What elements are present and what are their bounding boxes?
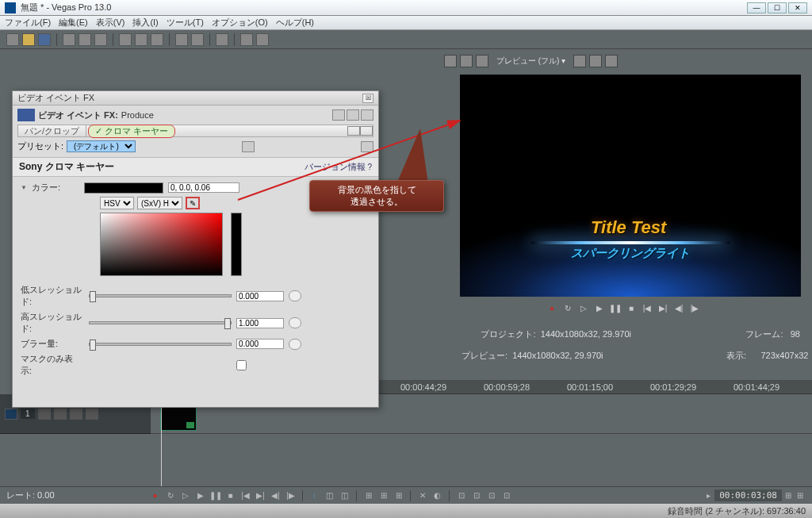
toolbar-button[interactable] xyxy=(79,33,91,46)
fx-remove-button[interactable] xyxy=(360,126,373,136)
tool-button[interactable]: ◫ xyxy=(339,489,350,501)
open-button[interactable] xyxy=(22,33,35,46)
next-frame-button[interactable]: |▶ xyxy=(285,489,297,501)
tool-button[interactable]: ◫ xyxy=(324,489,335,501)
fx-header-button[interactable] xyxy=(347,109,359,121)
toolbar-button[interactable] xyxy=(256,33,269,46)
tool-button[interactable]: ⊞ xyxy=(393,489,404,501)
toolbar-button[interactable] xyxy=(151,33,163,46)
low-threshold-slider[interactable] xyxy=(89,294,232,297)
blur-slider[interactable] xyxy=(89,343,232,346)
go-end-button[interactable]: ▶| xyxy=(255,489,266,501)
maximize-button[interactable]: ☐ xyxy=(768,2,787,13)
preview-tool-button[interactable] xyxy=(460,55,473,67)
preview-tool-button[interactable] xyxy=(444,55,457,67)
preview-tool-button[interactable] xyxy=(476,55,488,67)
preset-save-button[interactable] xyxy=(242,141,255,152)
edit-tool-button[interactable]: ↕ xyxy=(308,489,320,501)
track-button[interactable] xyxy=(70,409,82,420)
pause-button[interactable]: ❚❚ xyxy=(209,489,221,501)
preset-delete-button[interactable] xyxy=(361,141,373,152)
play-button[interactable]: ▶ xyxy=(594,302,605,313)
track-button[interactable] xyxy=(54,409,67,420)
high-threshold-input[interactable] xyxy=(236,318,284,328)
track-button[interactable] xyxy=(86,409,98,420)
tool-button[interactable]: ⊞ xyxy=(794,489,806,501)
fx-badge-icon[interactable] xyxy=(186,422,194,428)
stop-button[interactable]: ■ xyxy=(224,489,236,501)
play-button[interactable]: ▶ xyxy=(194,489,206,501)
low-threshold-input[interactable] xyxy=(236,291,284,301)
dialog-close-button[interactable]: ☒ xyxy=(362,94,373,103)
menu-options[interactable]: オプション(O) xyxy=(212,17,268,29)
tool-button[interactable]: ⊡ xyxy=(500,489,512,501)
tool-button[interactable]: ⊡ xyxy=(485,489,497,501)
menu-insert[interactable]: 挿入(I) xyxy=(132,17,158,29)
next-frame-button[interactable]: |▶ xyxy=(689,302,700,313)
menu-help[interactable]: ヘルプ(H) xyxy=(276,17,314,29)
go-start-button[interactable]: |◀ xyxy=(239,489,251,501)
marker-icon[interactable]: ▸ xyxy=(703,489,714,501)
keyframe-button[interactable] xyxy=(289,339,301,350)
pause-button[interactable]: ❚❚ xyxy=(610,302,621,313)
toolbar-button[interactable] xyxy=(63,33,75,46)
tool-button[interactable]: ✕ xyxy=(416,489,428,501)
stop-button[interactable]: ■ xyxy=(626,302,637,313)
color-picker-sv[interactable] xyxy=(100,213,223,276)
toolbar-button[interactable] xyxy=(135,33,147,46)
preset-select[interactable]: (デフォルト) xyxy=(67,140,136,152)
menu-tools[interactable]: ツール(T) xyxy=(167,17,204,29)
tool-button[interactable]: ⊞ xyxy=(362,489,374,501)
toolbar-button[interactable] xyxy=(240,33,253,46)
prev-frame-button[interactable]: ◀| xyxy=(673,302,684,313)
tab-chroma-keyer[interactable]: ✓ クロマ キーヤー xyxy=(88,125,175,138)
menu-view[interactable]: 表示(V) xyxy=(96,17,125,29)
record-button[interactable]: ● xyxy=(149,489,161,501)
toolbar-button[interactable] xyxy=(216,33,228,46)
collapse-icon[interactable]: ▼ xyxy=(21,184,27,191)
go-end-button[interactable]: ▶| xyxy=(657,302,668,313)
save-button[interactable] xyxy=(38,33,51,46)
loop-button[interactable]: ↻ xyxy=(562,302,573,313)
fx-add-button[interactable] xyxy=(347,126,360,136)
menu-edit[interactable]: 編集(E) xyxy=(59,17,88,29)
tab-pan-crop[interactable]: パン/クロップ xyxy=(18,125,86,137)
menu-file[interactable]: ファイル(F) xyxy=(5,17,51,29)
version-link[interactable]: バージョン情報 ? xyxy=(304,161,372,173)
color-picker-hue[interactable] xyxy=(231,213,242,276)
go-start-button[interactable]: |◀ xyxy=(642,302,653,313)
toolbar-button[interactable] xyxy=(94,33,107,46)
color-axis-select[interactable]: (SxV) H xyxy=(137,197,182,209)
fx-header-button[interactable] xyxy=(361,109,373,121)
timecode-field[interactable]: 00:00:03;08 xyxy=(714,489,782,501)
toolbar-button[interactable] xyxy=(191,33,204,46)
track-content[interactable] xyxy=(151,394,812,497)
loop-button[interactable]: ↻ xyxy=(164,489,176,501)
tool-button[interactable]: ◐ xyxy=(431,489,443,501)
tool-button[interactable]: ⊞ xyxy=(377,489,389,501)
mask-only-checkbox[interactable] xyxy=(236,360,247,370)
track-icon[interactable] xyxy=(5,409,17,420)
keyframe-button[interactable] xyxy=(289,290,301,301)
color-value-input[interactable] xyxy=(168,182,239,193)
tool-button[interactable]: ⊞ xyxy=(782,489,794,501)
playhead[interactable] xyxy=(161,394,162,497)
fx-header-button[interactable] xyxy=(332,109,345,121)
prev-frame-button[interactable]: ◀| xyxy=(270,489,282,501)
play-start-button[interactable]: ▷ xyxy=(578,302,589,313)
keyframe-button[interactable] xyxy=(289,317,301,328)
preview-tool-button[interactable] xyxy=(589,55,602,67)
minimize-button[interactable]: — xyxy=(747,2,766,13)
color-mode-select[interactable]: HSV xyxy=(100,197,134,209)
blur-input[interactable] xyxy=(236,339,284,349)
track-button[interactable] xyxy=(38,409,51,420)
color-swatch[interactable] xyxy=(84,182,163,194)
toolbar-button[interactable] xyxy=(175,33,188,46)
play-start-button[interactable]: ▷ xyxy=(179,489,191,501)
eyedropper-button[interactable]: ✎ xyxy=(186,197,200,209)
high-threshold-slider[interactable] xyxy=(89,321,232,324)
preview-quality-dropdown[interactable]: プレビュー (フル) ▾ xyxy=(496,56,565,67)
record-button[interactable]: ● xyxy=(546,302,557,313)
tool-button[interactable]: ⊡ xyxy=(470,489,482,501)
preview-tool-button[interactable] xyxy=(573,55,586,67)
